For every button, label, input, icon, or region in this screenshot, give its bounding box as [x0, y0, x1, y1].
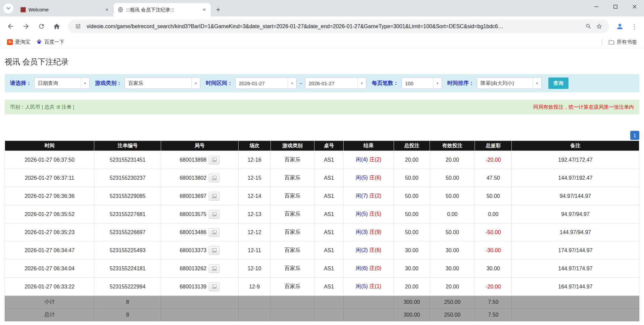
cell-result: 闲(2)庄(6): [344, 241, 394, 260]
summary-bar: 币别：人民币 | 总共 :8 注单 | 同局有效投注，统一计算在该局第一张注单内: [5, 100, 639, 114]
cell-game-kind: 百家乐: [270, 151, 314, 169]
result-player: 闲(3): [356, 229, 368, 235]
query-type-select[interactable]: 日期查询 ▾: [34, 77, 90, 89]
browser-menu-button[interactable]: ⋮: [628, 20, 641, 33]
tab-close-icon[interactable]: ✕: [104, 7, 110, 13]
folder-icon: [608, 39, 614, 45]
table-header-cell: 备注: [512, 141, 639, 151]
search-button[interactable]: 查询: [548, 77, 568, 89]
sort-select[interactable]: 降幂(由大到小) ▾: [477, 77, 542, 89]
cell-round: 680013898: [161, 151, 238, 169]
forward-button[interactable]: [19, 19, 33, 34]
maximize-button[interactable]: [606, 0, 625, 13]
welcome-favicon-icon: [20, 7, 26, 13]
cell-time: 2026-01-27 06:33:22: [5, 278, 94, 296]
sort-label: 时间排序：: [447, 80, 474, 87]
bookmark-aitaobao[interactable]: 淘 爱淘宝: [4, 38, 33, 47]
cell-result: 闲(5)庄(5): [344, 205, 394, 223]
dropdown-arrow-icon[interactable]: ▾: [433, 78, 442, 89]
date-range-label: 时间区间：: [206, 80, 233, 87]
cell-time: 2026-01-27 06:37:50: [5, 151, 94, 169]
tab-welcome[interactable]: Welcome ✕: [16, 3, 113, 16]
cell-round: 680013139: [161, 278, 238, 296]
table-header-cell: 场次: [238, 141, 270, 151]
table-row: 2026-01-27 06:35:52 523155227681 6800135…: [5, 205, 639, 223]
date-end-select[interactable]: 2026-01-27 ▾: [305, 77, 366, 89]
round-replay-button[interactable]: [209, 264, 219, 273]
round-replay-button[interactable]: [209, 246, 219, 255]
cell-payout: 0.00: [475, 205, 512, 223]
home-button[interactable]: [50, 19, 64, 34]
dropdown-arrow-icon[interactable]: ▾: [533, 78, 541, 89]
chevron-down-icon: [6, 7, 10, 10]
round-replay-button[interactable]: [209, 192, 219, 201]
minimize-button[interactable]: [587, 0, 606, 13]
cell-payout: -20.00: [475, 278, 512, 296]
per-page-select[interactable]: 100 ▾: [401, 77, 442, 89]
globe-favicon-icon: [117, 7, 123, 13]
page-title: 视讯 会员下注纪录: [5, 57, 639, 67]
cell-payout: -30.00: [475, 241, 512, 260]
cell-note: 144.97/192.47: [512, 169, 639, 187]
round-replay-button[interactable]: [209, 174, 219, 182]
zoom-icon[interactable]: [583, 21, 594, 32]
tab-close-icon[interactable]: ✕: [201, 7, 207, 13]
cell-table-no: AS1: [314, 151, 344, 169]
cell-bet-id: 523155222994: [94, 278, 161, 296]
cell-game-kind: 百家乐: [270, 205, 314, 223]
cell-valid-bet: 50.00: [430, 223, 475, 241]
round-replay-button[interactable]: [209, 228, 219, 237]
dropdown-arrow-icon[interactable]: ▾: [81, 78, 89, 89]
query-type-label: 请选择：: [10, 80, 32, 87]
dropdown-arrow-icon[interactable]: ▾: [288, 78, 296, 89]
back-button[interactable]: [3, 19, 17, 34]
cell-session: 12-10: [238, 260, 270, 278]
url-text[interactable]: videoie.com/game/betrecord_search/kind3?…: [87, 23, 583, 30]
round-replay-button[interactable]: [209, 210, 219, 219]
cell-valid-bet: 0.00: [430, 205, 475, 223]
date-start-value: 2026-01-27: [236, 78, 288, 89]
maximize-icon: [613, 5, 617, 9]
cell-session: 12-9: [238, 278, 270, 296]
game-kind-select[interactable]: 百家乐 ▾: [125, 77, 200, 89]
round-replay-button[interactable]: [209, 282, 219, 291]
empty-cell: [161, 309, 238, 321]
empty-cell: [344, 296, 394, 309]
bookmark-label: 爱淘宝: [15, 39, 30, 45]
refresh-button[interactable]: [34, 19, 48, 34]
close-button[interactable]: [625, 0, 644, 13]
cell-total-bet: 50.00: [394, 187, 430, 205]
profile-button[interactable]: [613, 20, 627, 33]
result-banker: 庄(9): [369, 229, 382, 235]
page-1-button[interactable]: 1: [630, 131, 639, 140]
taobao-icon: 淘: [7, 39, 13, 45]
date-start-select[interactable]: 2026-01-27 ▾: [235, 77, 297, 89]
cell-note: 144.97/174.97: [512, 260, 639, 278]
url-bar[interactable]: videoie.com/game/betrecord_search/kind3?…: [68, 19, 609, 33]
round-id: 680013486: [180, 229, 206, 235]
forward-arrow-icon: [22, 22, 30, 30]
cell-game-kind: 百家乐: [270, 169, 314, 187]
window-controls: [587, 0, 644, 13]
table-header-cell: 注单编号: [94, 141, 161, 151]
close-icon: [633, 5, 637, 9]
site-controls-icon[interactable]: [72, 21, 83, 32]
dropdown-arrow-icon[interactable]: ▾: [357, 78, 366, 89]
page-content: 视讯 会员下注纪录 请选择： 日期查询 ▾ 游戏类别： 百家乐 ▾ 时间区间： …: [0, 57, 644, 321]
dropdown-arrow-icon[interactable]: ▾: [191, 78, 200, 89]
cell-result: 闲(5)庄(6): [344, 169, 394, 187]
empty-cell: [270, 309, 314, 321]
all-bookmarks-button[interactable]: 所有书签: [605, 38, 640, 47]
round-replay-button[interactable]: [209, 156, 219, 164]
cell-game-kind: 百家乐: [270, 241, 314, 260]
tab-search-button[interactable]: [3, 3, 13, 13]
new-tab-button[interactable]: +: [213, 4, 224, 15]
cell-table-no: AS1: [314, 260, 344, 278]
tab-betrecord[interactable]: :::视讯 会员下注纪录::: ✕: [113, 3, 211, 16]
bookmark-star-icon[interactable]: [594, 21, 604, 32]
round-result-icon: [212, 284, 217, 289]
bookmark-baidu[interactable]: 百度一下: [33, 38, 67, 47]
cell-time: 2026-01-27 06:36:36: [5, 187, 94, 205]
round-id: 680013262: [180, 266, 206, 272]
cell-payout: 30.00: [475, 260, 512, 278]
